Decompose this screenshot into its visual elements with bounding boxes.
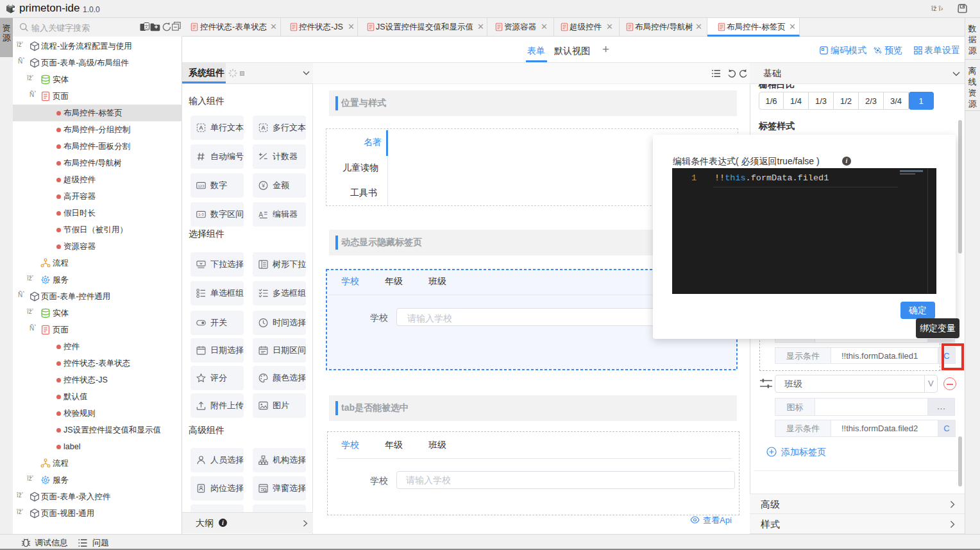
svg-text:A: A — [261, 125, 266, 131]
svg-text:1-3: 1-3 — [198, 212, 203, 216]
svg-text:123: 123 — [198, 184, 205, 188]
svg-text:A: A — [258, 211, 263, 218]
svg-text:A: A — [199, 125, 203, 131]
svg-text:文: 文 — [144, 24, 149, 29]
svg-text:¥: ¥ — [261, 182, 265, 189]
